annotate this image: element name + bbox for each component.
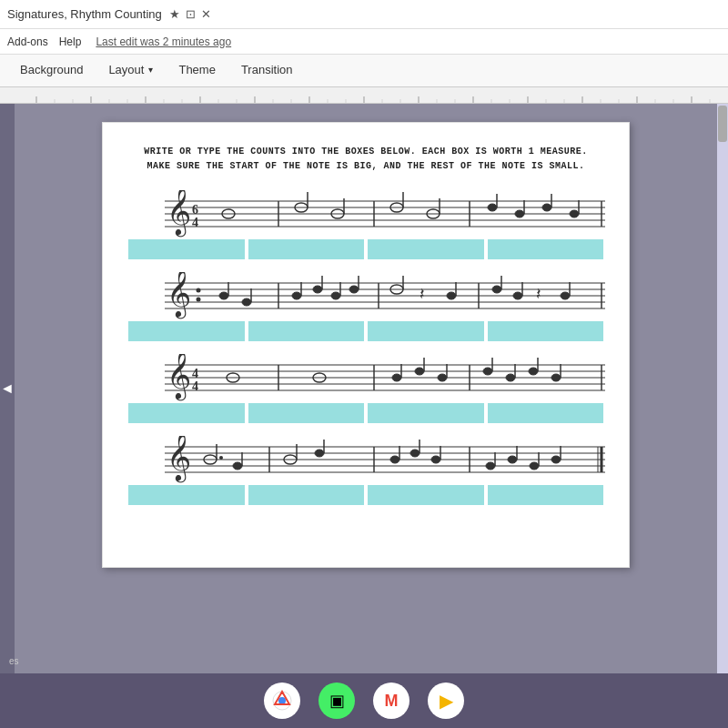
svg-point-83 [313, 286, 322, 293]
layout-button[interactable]: Layout ▾ [96, 55, 166, 87]
staff-row-3: 𝄞 4 4 [128, 354, 603, 423]
staff-svg-4: 𝄞 [128, 436, 605, 483]
staff-svg-1: 𝄞 6 4 [128, 190, 605, 238]
gmail-icon[interactable]: M [373, 682, 410, 719]
staff-svg-3: 𝄞 4 4 [128, 354, 605, 401]
right-scrollbar[interactable] [717, 104, 728, 673]
dropdown-arrow-icon: ▾ [148, 65, 153, 75]
answer-box[interactable] [248, 321, 365, 341]
svg-point-93 [447, 292, 456, 299]
taskbar: ▣ M ▶ [0, 673, 728, 728]
svg-point-98 [513, 292, 522, 299]
menu-help[interactable]: Help [59, 35, 82, 48]
ruler [0, 87, 728, 104]
answer-box[interactable] [248, 403, 365, 423]
scroll-thumb[interactable] [718, 106, 727, 142]
answer-box[interactable] [488, 321, 604, 341]
answer-box[interactable] [368, 321, 484, 341]
cursor-arrow-icon: ◄ [0, 380, 15, 397]
slide-instruction: Write or type the counts into the boxes … [128, 145, 603, 174]
title-icons: ★ ⊡ ✕ [169, 7, 211, 21]
answer-boxes-4[interactable] [128, 485, 603, 505]
svg-point-125 [506, 374, 515, 381]
answer-boxes-1[interactable] [128, 239, 603, 259]
svg-point-74 [197, 288, 201, 293]
staff-row-2: 𝄞 [128, 272, 603, 341]
answer-box[interactable] [128, 403, 245, 423]
svg-text:4: 4 [192, 367, 198, 380]
main-area: ◄ Write or type the counts into the boxe… [0, 104, 728, 673]
svg-text:𝄞: 𝄞 [167, 354, 191, 401]
svg-point-160 [530, 462, 539, 470]
svg-point-158 [508, 456, 517, 463]
svg-text:𝄞: 𝄞 [167, 190, 191, 238]
svg-text:6: 6 [192, 203, 198, 217]
svg-text:𝄞: 𝄞 [167, 436, 191, 483]
svg-point-118 [415, 368, 424, 375]
svg-point-168 [279, 698, 285, 703]
background-button[interactable]: Background [7, 55, 96, 87]
answer-box[interactable] [368, 239, 484, 259]
answer-box[interactable] [488, 485, 604, 505]
svg-point-101 [561, 292, 570, 299]
staff-svg-2: 𝄞 [128, 272, 605, 319]
answer-box[interactable] [368, 485, 484, 505]
answer-box[interactable] [128, 239, 245, 259]
answer-box[interactable] [128, 485, 245, 505]
svg-point-116 [392, 374, 401, 381]
svg-point-75 [197, 298, 201, 302]
svg-text:𝄽: 𝄽 [420, 288, 424, 298]
title-bar: Signatures, Rhythm Counting ★ ⊡ ✕ [0, 0, 728, 29]
close-icon[interactable]: ✕ [201, 7, 211, 21]
svg-text:𝄽: 𝄽 [536, 288, 541, 298]
title-text: Signatures, Rhythm Counting [7, 7, 162, 21]
ruler-svg [0, 87, 728, 104]
svg-point-151 [410, 450, 420, 457]
svg-point-65 [570, 210, 579, 217]
answer-boxes-2[interactable] [128, 321, 603, 341]
svg-point-96 [492, 286, 501, 293]
play-icon[interactable]: ▶ [428, 682, 464, 719]
svg-point-141 [233, 462, 242, 470]
answer-boxes-3[interactable] [128, 403, 603, 423]
svg-point-87 [349, 286, 359, 293]
menu-addons[interactable]: Add-ons [7, 35, 48, 48]
last-edit-text: Last edit was 2 minutes ago [96, 35, 231, 48]
svg-point-85 [331, 292, 340, 299]
bottom-label: es [9, 656, 19, 666]
svg-point-81 [292, 292, 301, 299]
svg-point-140 [219, 456, 223, 460]
layout-label: Layout [108, 63, 144, 76]
svg-text:4: 4 [192, 379, 198, 393]
answer-box[interactable] [488, 239, 604, 259]
svg-point-123 [483, 368, 492, 375]
svg-point-153 [431, 456, 440, 463]
svg-point-61 [515, 210, 524, 217]
chrome-icon[interactable] [264, 682, 300, 719]
staff-row-1: 𝄞 6 4 [128, 190, 603, 259]
menu-bar: Add-ons Help Last edit was 2 minutes ago [0, 29, 728, 55]
answer-box[interactable] [248, 485, 365, 505]
svg-text:4: 4 [192, 216, 198, 229]
svg-point-146 [315, 450, 324, 457]
answer-box[interactable] [488, 403, 604, 423]
theme-button[interactable]: Theme [166, 55, 228, 87]
svg-point-162 [551, 456, 561, 463]
svg-point-156 [486, 462, 495, 470]
answer-box[interactable] [248, 239, 365, 259]
copy-icon[interactable]: ⊡ [186, 7, 196, 21]
star-icon[interactable]: ★ [169, 7, 180, 21]
svg-point-120 [438, 374, 447, 381]
svg-point-63 [542, 204, 551, 211]
instruction-line2: Make sure the start of the note is big, … [128, 159, 603, 174]
svg-point-127 [529, 368, 538, 375]
answer-box[interactable] [368, 403, 484, 423]
slide-area[interactable]: Write or type the counts into the boxes … [15, 104, 717, 673]
staff-row-4: 𝄞 [128, 436, 603, 505]
svg-point-129 [551, 374, 561, 381]
files-icon[interactable]: ▣ [318, 682, 355, 719]
answer-box[interactable] [128, 321, 245, 341]
transition-button[interactable]: Transition [228, 55, 306, 87]
left-panel: ◄ [0, 104, 15, 673]
slide: Write or type the counts into the boxes … [102, 122, 630, 568]
